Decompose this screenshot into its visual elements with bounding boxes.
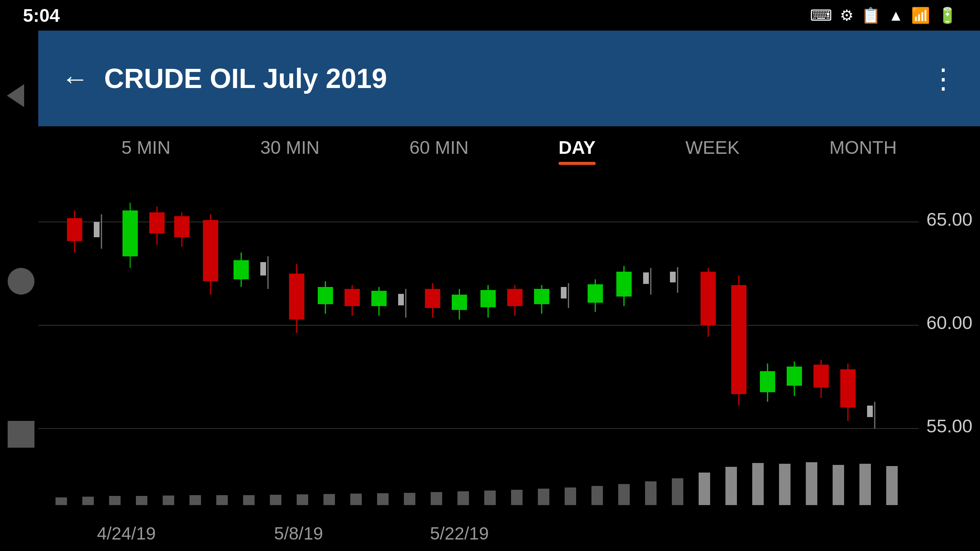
svg-rect-24 (289, 274, 304, 320)
svg-rect-42 (534, 289, 549, 304)
svg-rect-69 (109, 496, 121, 505)
svg-rect-94 (779, 464, 791, 505)
candlestick-chart: 65.00 60.00 55.00 (38, 176, 980, 551)
svg-rect-83 (484, 491, 496, 505)
svg-rect-38 (480, 290, 496, 307)
signal-icon: 📶 (911, 7, 930, 24)
tab-day[interactable]: DAY (559, 137, 596, 162)
svg-rect-67 (56, 497, 67, 505)
svg-rect-14 (149, 212, 165, 233)
svg-rect-80 (404, 493, 415, 505)
svg-rect-78 (350, 494, 362, 505)
svg-rect-46 (588, 284, 603, 303)
svg-rect-34 (425, 289, 440, 308)
svg-rect-40 (507, 289, 523, 306)
page-title: CRUDE OIL July 2019 (104, 63, 929, 94)
svg-rect-74 (243, 495, 255, 505)
left-circle-indicator (8, 268, 34, 295)
tab-60min[interactable]: 60 MIN (409, 137, 469, 162)
svg-rect-98 (886, 466, 898, 505)
more-options-button[interactable]: ⋮ (929, 62, 957, 95)
svg-rect-88 (618, 484, 630, 505)
svg-rect-58 (760, 371, 775, 392)
svg-rect-79 (377, 493, 389, 505)
svg-rect-77 (323, 494, 335, 505)
svg-rect-54 (701, 272, 716, 325)
svg-rect-93 (752, 463, 764, 505)
svg-rect-87 (591, 486, 603, 505)
status-icons: ⌨ ⚙ 📋 ▲ 📶 🔋 (810, 7, 957, 24)
svg-rect-91 (699, 473, 710, 505)
svg-rect-89 (645, 481, 657, 505)
svg-rect-75 (270, 495, 281, 505)
svg-rect-22 (260, 262, 266, 276)
svg-rect-90 (672, 478, 683, 505)
svg-rect-73 (216, 495, 228, 505)
svg-rect-50 (643, 272, 649, 284)
svg-rect-32 (398, 294, 404, 305)
svg-rect-96 (833, 465, 844, 505)
svg-rect-68 (82, 497, 94, 505)
svg-rect-56 (731, 285, 746, 394)
chart-area: 65.00 60.00 55.00 (38, 176, 980, 551)
clipboard-icon: 📋 (861, 7, 880, 24)
svg-text:5/8/19: 5/8/19 (274, 523, 323, 543)
svg-rect-10 (94, 222, 100, 237)
svg-rect-85 (538, 489, 549, 505)
svg-text:5/22/19: 5/22/19 (430, 523, 488, 543)
time-period-tabs: 5 MIN 30 MIN 60 MIN DAY WEEK MONTH (38, 126, 980, 172)
svg-rect-95 (806, 462, 817, 505)
left-arrow-icon (7, 84, 24, 107)
svg-rect-84 (511, 490, 523, 505)
svg-rect-62 (813, 365, 829, 388)
tab-5min[interactable]: 5 MIN (121, 137, 170, 162)
svg-text:65.00: 65.00 (926, 209, 972, 230)
back-button[interactable]: ← (61, 63, 89, 94)
drawer-handle[interactable] (0, 77, 31, 115)
svg-rect-60 (787, 367, 802, 386)
svg-rect-64 (840, 369, 856, 408)
app-header: ← CRUDE OIL July 2019 ⋮ (38, 31, 980, 126)
svg-rect-30 (371, 291, 387, 306)
tab-month[interactable]: MONTH (830, 137, 897, 162)
svg-text:60.00: 60.00 (926, 313, 972, 333)
svg-text:55.00: 55.00 (926, 416, 972, 436)
status-bar: 5:04 ⌨ ⚙ 📋 ▲ 📶 🔋 (0, 0, 980, 31)
svg-rect-18 (203, 220, 218, 281)
svg-rect-81 (431, 492, 442, 505)
svg-rect-76 (297, 494, 308, 505)
svg-rect-48 (616, 272, 632, 297)
svg-rect-8 (67, 218, 82, 241)
svg-rect-20 (234, 260, 249, 279)
svg-rect-28 (345, 289, 360, 306)
status-time: 5:04 (23, 5, 60, 26)
battery-icon: 🔋 (938, 7, 957, 24)
tab-30min[interactable]: 30 MIN (260, 137, 320, 162)
svg-rect-12 (122, 210, 138, 256)
svg-rect-82 (457, 491, 469, 505)
svg-rect-66 (867, 406, 873, 417)
keyboard-icon: ⌨ (810, 7, 832, 24)
svg-rect-16 (174, 216, 189, 237)
settings-icon: ⚙ (840, 7, 854, 24)
svg-rect-26 (318, 287, 333, 304)
svg-rect-70 (136, 496, 147, 505)
svg-rect-92 (725, 467, 737, 505)
wifi-icon: ▲ (888, 7, 903, 24)
svg-text:4/24/19: 4/24/19 (97, 523, 155, 543)
svg-rect-52 (670, 272, 676, 282)
svg-rect-36 (452, 295, 467, 310)
svg-rect-72 (189, 495, 201, 505)
left-square-indicator (8, 421, 34, 448)
svg-rect-97 (859, 464, 871, 505)
tab-week[interactable]: WEEK (686, 137, 740, 162)
svg-rect-44 (561, 287, 567, 298)
svg-rect-86 (565, 487, 576, 505)
svg-rect-71 (163, 496, 174, 505)
